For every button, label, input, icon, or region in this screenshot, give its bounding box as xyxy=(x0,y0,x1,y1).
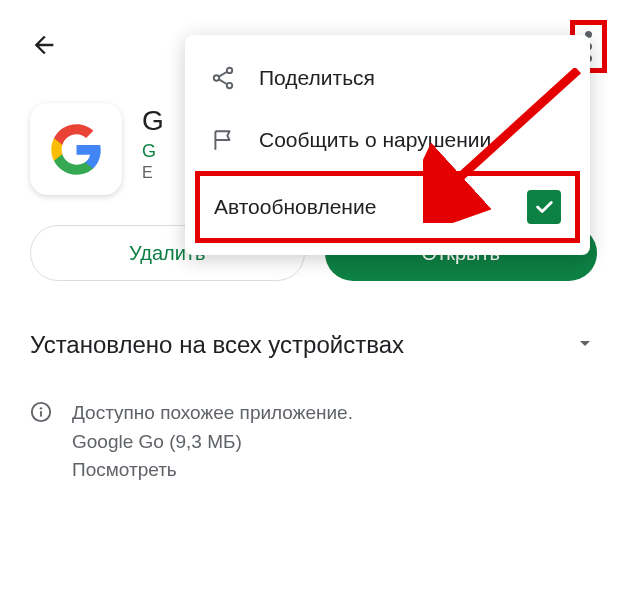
menu-item-share[interactable]: Поделиться xyxy=(185,47,590,109)
google-logo-icon xyxy=(49,122,104,177)
installed-devices-section[interactable]: Установлено на всех устройствах xyxy=(0,311,627,379)
svg-rect-2 xyxy=(40,411,42,417)
chevron-down-icon xyxy=(573,331,597,359)
svg-point-3 xyxy=(227,68,232,73)
svg-point-1 xyxy=(40,407,42,409)
svg-line-7 xyxy=(219,79,227,84)
menu-item-autoupdate[interactable]: Автообновление xyxy=(195,171,580,243)
flag-icon xyxy=(209,127,237,153)
checkmark-icon xyxy=(533,196,555,218)
similar-view-link[interactable]: Посмотреть xyxy=(72,456,597,485)
options-dropdown: Поделиться Сообщить о нарушении Автообно… xyxy=(185,35,590,255)
app-icon[interactable] xyxy=(30,103,122,195)
svg-line-6 xyxy=(219,72,227,77)
share-label: Поделиться xyxy=(259,66,375,90)
similar-app-notice: Доступно похожее приложение. Google Go (… xyxy=(0,379,627,505)
autoupdate-checkbox[interactable] xyxy=(527,190,561,224)
menu-item-report[interactable]: Сообщить о нарушении xyxy=(185,109,590,171)
svg-point-4 xyxy=(214,75,219,80)
report-label: Сообщить о нарушении xyxy=(259,128,491,152)
svg-point-5 xyxy=(227,83,232,88)
back-button[interactable] xyxy=(30,31,58,63)
autoupdate-label: Автообновление xyxy=(214,195,376,219)
installed-devices-title: Установлено на всех устройствах xyxy=(30,331,404,359)
similar-line1: Доступно похожее приложение. xyxy=(72,399,597,428)
share-icon xyxy=(209,65,237,91)
similar-line2: Google Go (9,3 МБ) xyxy=(72,428,597,457)
info-icon xyxy=(30,401,52,427)
